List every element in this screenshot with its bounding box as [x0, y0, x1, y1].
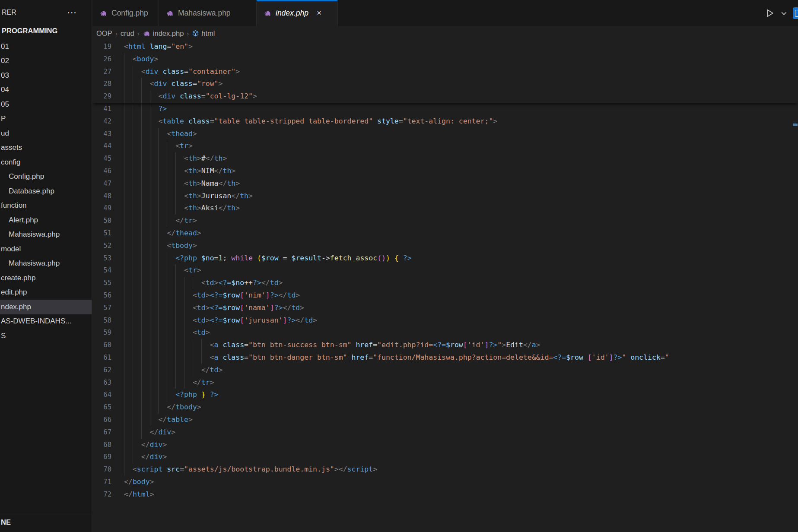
- line-number: 55: [92, 277, 111, 289]
- file-item-model[interactable]: model: [0, 242, 92, 256]
- line-number: 27: [92, 66, 111, 78]
- line-number: 41: [92, 103, 111, 115]
- breadcrumb-item-crud[interactable]: crud: [121, 29, 134, 38]
- vscode-window: RER ⋯ PROGRAMMING 0102030405Pudassetscon…: [0, 0, 798, 532]
- line-number: 42: [92, 115, 111, 128]
- file-item-02[interactable]: 02: [0, 54, 92, 69]
- line-number: 46: [92, 165, 111, 177]
- file-item-edit.php[interactable]: edit.php: [0, 285, 92, 300]
- file-item-function[interactable]: function: [0, 199, 92, 213]
- code-line-29: 29 <div class="col-lg-12">: [92, 90, 798, 103]
- file-item-label: edit.php: [1, 288, 27, 297]
- code-line-49: 49 <th>Aksi</th>: [92, 202, 798, 215]
- code-text: <tr>: [124, 140, 193, 152]
- code-line-65: 65 </tbody>: [92, 401, 798, 414]
- line-number: 63: [92, 377, 111, 389]
- file-item-alert.php[interactable]: Alert.php: [0, 213, 92, 228]
- code-text: <div class="container">: [124, 66, 240, 78]
- file-item-database.php[interactable]: Database.php: [0, 184, 92, 199]
- more-actions-icon[interactable]: ⋯: [67, 7, 77, 18]
- line-number: 66: [92, 414, 111, 426]
- file-item-config.php[interactable]: Config.php: [0, 170, 92, 184]
- file-item-label: Database.php: [9, 187, 54, 196]
- file-item-create.php[interactable]: create.php: [0, 271, 92, 285]
- file-item-03[interactable]: 03: [0, 68, 92, 83]
- line-number: 56: [92, 289, 111, 302]
- file-item-label: 01: [1, 42, 9, 51]
- file-item-mahasiswa.php[interactable]: Mahasiswa.php: [0, 256, 92, 271]
- file-item-label: assets: [1, 143, 22, 152]
- chevron-right-icon: ›: [115, 30, 118, 37]
- code-text: <div class="col-lg-12">: [124, 90, 257, 103]
- file-item-01[interactable]: 01: [0, 39, 92, 54]
- file-item-s[interactable]: S: [0, 329, 92, 343]
- tab-bar: Config.php Mahasiswa.php index.php×: [92, 0, 798, 26]
- file-item-ndex.php[interactable]: ndex.php: [0, 300, 92, 314]
- minimap[interactable]: [792, 41, 798, 532]
- breadcrumb-item-html[interactable]: html: [192, 29, 215, 38]
- chevron-right-icon: ›: [187, 30, 189, 37]
- code-line-72: 72</html>: [92, 488, 798, 501]
- line-number: 45: [92, 152, 111, 165]
- line-number: 72: [92, 488, 111, 501]
- line-number: 70: [92, 463, 111, 476]
- code-line-56: 56 <td><?=$row['nim']?></td>: [92, 289, 798, 302]
- file-item-05[interactable]: 05: [0, 97, 92, 112]
- file-item-mahasiswa.php[interactable]: Mahasiswa.php: [0, 228, 92, 242]
- code-line-48: 48 <th>Jurusan</th>: [92, 190, 798, 203]
- sticky-scroll: 19<html lang="en">26 <body>27 <div class…: [92, 41, 798, 103]
- code-line-60: 60 <a class="btn btn-success btn-sm" hre…: [92, 339, 798, 352]
- run-dropdown-chevron-icon[interactable]: [780, 10, 788, 17]
- code-line-59: 59 <td>: [92, 326, 798, 339]
- breadcrumb-label: index.php: [153, 29, 184, 38]
- code-text: <th>Nama</th>: [124, 177, 240, 190]
- close-icon[interactable]: ×: [317, 8, 321, 18]
- file-item-label: 02: [1, 57, 9, 65]
- file-item-as-dweb-indahs...[interactable]: AS-DWEB-INDAHS...: [0, 314, 92, 329]
- code-text: <a class="btn btn-danger btn-sm" href="f…: [124, 352, 669, 364]
- run-button[interactable]: [764, 8, 775, 19]
- section-programming[interactable]: PROGRAMMING: [0, 25, 92, 38]
- code-line-45: 45 <th>#</th>: [92, 152, 798, 165]
- chevron-right-icon: ›: [137, 30, 140, 37]
- line-number: 71: [92, 476, 111, 488]
- file-item-ud[interactable]: ud: [0, 126, 92, 141]
- code-text: </tbody>: [124, 401, 201, 414]
- tab-label: Mahasiswa.php: [178, 9, 231, 18]
- line-number: 47: [92, 177, 111, 190]
- line-number: 52: [92, 240, 111, 252]
- bottom-section-label[interactable]: NE: [0, 514, 92, 532]
- line-number: 51: [92, 227, 111, 240]
- line-number: 50: [92, 215, 111, 227]
- code-line-54: 54 <tr>: [92, 264, 798, 277]
- code-text: <td><?=$no++?></td>: [124, 277, 283, 289]
- file-list: 0102030405PudassetsconfigConfig.phpDatab…: [0, 39, 92, 343]
- code-text: <thead>: [124, 128, 197, 140]
- breadcrumb-item-index.php[interactable]: index.php: [143, 29, 184, 38]
- code-line-68: 68 </div>: [92, 439, 798, 451]
- tab-index.php[interactable]: index.php×: [257, 0, 338, 26]
- code-text: <td><?=$row['nama']?></td>: [124, 302, 304, 314]
- file-item-assets[interactable]: assets: [0, 141, 92, 155]
- file-item-label: Mahasiswa.php: [9, 259, 60, 268]
- code-text: <td>: [124, 326, 210, 339]
- code-text: <html lang="en">: [124, 41, 193, 53]
- code-line-26: 26 <body>: [92, 53, 798, 66]
- tab-mahasiswa.php[interactable]: Mahasiswa.php: [159, 0, 257, 26]
- editor[interactable]: 19<html lang="en">26 <body>27 <div class…: [92, 41, 798, 532]
- line-number: 60: [92, 339, 111, 352]
- tab-config.php[interactable]: Config.php: [92, 0, 159, 26]
- file-item-label: 03: [1, 71, 9, 80]
- file-item-04[interactable]: 04: [0, 83, 92, 98]
- file-item-p[interactable]: P: [0, 112, 92, 127]
- file-item-label: ndex.php: [1, 303, 31, 311]
- open-in-browser-icon[interactable]: [793, 7, 798, 19]
- php-icon: [166, 10, 174, 16]
- file-item-config[interactable]: config: [0, 155, 92, 170]
- file-item-label: Config.php: [9, 172, 44, 181]
- breadcrumb-label: html: [201, 29, 215, 38]
- line-number: 64: [92, 389, 111, 401]
- code-text: </body>: [124, 476, 154, 488]
- line-number: 43: [92, 128, 111, 140]
- breadcrumb-item-oop[interactable]: OOP: [96, 29, 112, 38]
